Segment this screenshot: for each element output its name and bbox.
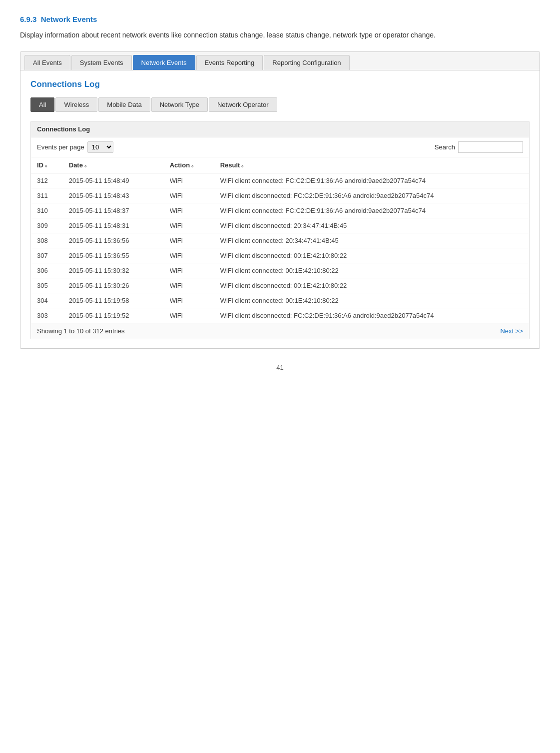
cell-date: 2015-05-11 15:48:49 — [63, 173, 164, 188]
cell-result: WiFi client disconnected: FC:C2:DE:91:36… — [214, 308, 529, 323]
cell-date: 2015-05-11 15:48:43 — [63, 188, 164, 203]
filter-btn-wireless[interactable]: Wireless — [55, 97, 97, 112]
filter-btn-mobile-data[interactable]: Mobile Data — [98, 97, 150, 112]
tab-system-events[interactable]: System Events — [71, 55, 132, 70]
col-date[interactable]: Date⬦ — [63, 157, 164, 173]
cell-id: 303 — [31, 308, 63, 323]
cell-date: 2015-05-11 15:30:26 — [63, 278, 164, 293]
cell-date: 2015-05-11 15:48:37 — [63, 203, 164, 218]
cell-action: WiFi — [164, 218, 214, 233]
table-row: 3082015-05-11 15:36:56WiFiWiFi client co… — [31, 233, 529, 248]
section-number: 6.9.3 — [20, 15, 36, 23]
cell-result: WiFi client connected: 00:1E:42:10:80:22 — [214, 293, 529, 308]
section-heading: 6.9.3 Network Events — [20, 15, 540, 23]
cell-id: 305 — [31, 278, 63, 293]
section-description: Display information about recent network… — [20, 29, 540, 40]
table-row: 3032015-05-11 15:19:52WiFiWiFi client di… — [31, 308, 529, 323]
cell-id: 312 — [31, 173, 63, 188]
cell-result: WiFi client connected: FC:C2:DE:91:36:A6… — [214, 203, 529, 218]
cell-date: 2015-05-11 15:19:58 — [63, 293, 164, 308]
cell-id: 309 — [31, 218, 63, 233]
cell-date: 2015-05-11 15:30:32 — [63, 263, 164, 278]
cell-action: WiFi — [164, 278, 214, 293]
cell-action: WiFi — [164, 308, 214, 323]
cell-id: 306 — [31, 263, 63, 278]
tab-bar: All EventsSystem EventsNetwork EventsEve… — [20, 52, 540, 70]
col-action[interactable]: Action⬦ — [164, 157, 214, 173]
table-header-row: ID⬦Date⬦Action⬦Result⬦ — [31, 157, 529, 173]
cell-action: WiFi — [164, 248, 214, 263]
cell-result: WiFi client connected: 20:34:47:41:4B:45 — [214, 233, 529, 248]
table-row: 3092015-05-11 15:48:31WiFiWiFi client di… — [31, 218, 529, 233]
cell-action: WiFi — [164, 293, 214, 308]
cell-result: WiFi client connected: FC:C2:DE:91:36:A6… — [214, 173, 529, 188]
events-per-page-label: Events per page — [37, 143, 84, 151]
cell-result: WiFi client disconnected: 00:1E:42:10:80… — [214, 248, 529, 263]
table-row: 3052015-05-11 15:30:26WiFiWiFi client di… — [31, 278, 529, 293]
cell-date: 2015-05-11 15:48:31 — [63, 218, 164, 233]
table-section: Connections Log Events per page 10255010… — [30, 121, 530, 339]
cell-action: WiFi — [164, 188, 214, 203]
cell-date: 2015-05-11 15:36:55 — [63, 248, 164, 263]
cell-action: WiFi — [164, 203, 214, 218]
cell-id: 311 — [31, 188, 63, 203]
tab-network-events[interactable]: Network Events — [133, 55, 195, 70]
cell-date: 2015-05-11 15:19:52 — [63, 308, 164, 323]
widget-container: All EventsSystem EventsNetwork EventsEve… — [20, 51, 540, 349]
connections-log-title: Connections Log — [30, 79, 530, 89]
cell-id: 310 — [31, 203, 63, 218]
tab-events-reporting[interactable]: Events Reporting — [196, 55, 263, 70]
section-title: Network Events — [41, 15, 97, 23]
filter-btn-all[interactable]: All — [30, 97, 54, 112]
cell-id: 307 — [31, 248, 63, 263]
page-number: 41 — [20, 364, 540, 371]
cell-result: WiFi client disconnected: 00:1E:42:10:80… — [214, 278, 529, 293]
search-input[interactable] — [458, 141, 523, 153]
next-button[interactable]: Next >> — [500, 327, 523, 335]
tab-reporting-configuration[interactable]: Reporting Configuration — [264, 55, 349, 70]
table-footer: Showing 1 to 10 of 312 entries Next >> — [31, 323, 529, 339]
table-controls: Events per page 102550100 Search — [31, 137, 529, 157]
cell-action: WiFi — [164, 263, 214, 278]
inner-content: Connections Log AllWirelessMobile DataNe… — [20, 70, 540, 348]
cell-result: WiFi client connected: 00:1E:42:10:80:22 — [214, 263, 529, 278]
cell-result: WiFi client disconnected: FC:C2:DE:91:36… — [214, 188, 529, 203]
cell-action: WiFi — [164, 173, 214, 188]
showing-entries: Showing 1 to 10 of 312 entries — [37, 327, 125, 335]
events-per-page-control: Events per page 102550100 — [37, 141, 113, 153]
col-id[interactable]: ID⬦ — [31, 157, 63, 173]
cell-action: WiFi — [164, 233, 214, 248]
cell-date: 2015-05-11 15:36:56 — [63, 233, 164, 248]
search-label: Search — [435, 143, 455, 151]
table-row: 3112015-05-11 15:48:43WiFiWiFi client di… — [31, 188, 529, 203]
col-result[interactable]: Result⬦ — [214, 157, 529, 173]
table-section-header: Connections Log — [31, 121, 529, 137]
filter-btn-network-type[interactable]: Network Type — [151, 97, 208, 112]
table-row: 3062015-05-11 15:30:32WiFiWiFi client co… — [31, 263, 529, 278]
cell-result: WiFi client disconnected: 20:34:47:41:4B… — [214, 218, 529, 233]
table-row: 3122015-05-11 15:48:49WiFiWiFi client co… — [31, 173, 529, 188]
events-per-page-select[interactable]: 102550100 — [87, 141, 113, 153]
filter-btn-network-operator[interactable]: Network Operator — [209, 97, 277, 112]
table-body: 3122015-05-11 15:48:49WiFiWiFi client co… — [31, 173, 529, 323]
table-row: 3042015-05-11 15:19:58WiFiWiFi client co… — [31, 293, 529, 308]
filter-bar: AllWirelessMobile DataNetwork TypeNetwor… — [30, 97, 530, 112]
table-row: 3072015-05-11 15:36:55WiFiWiFi client di… — [31, 248, 529, 263]
search-area: Search — [435, 141, 523, 153]
tab-all-events[interactable]: All Events — [24, 55, 70, 70]
table-row: 3102015-05-11 15:48:37WiFiWiFi client co… — [31, 203, 529, 218]
cell-id: 308 — [31, 233, 63, 248]
connections-table: ID⬦Date⬦Action⬦Result⬦ 3122015-05-11 15:… — [31, 157, 529, 323]
cell-id: 304 — [31, 293, 63, 308]
